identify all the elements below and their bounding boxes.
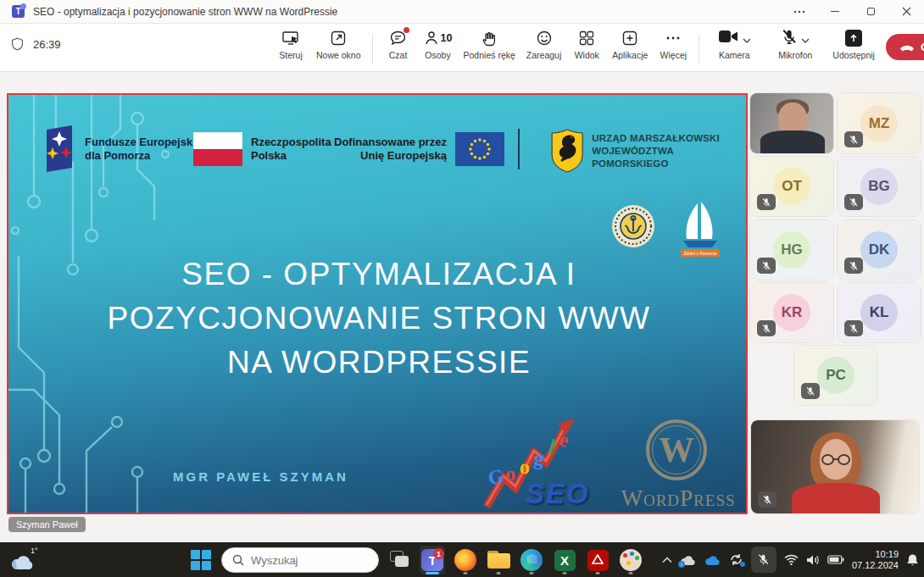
window-minimize-button[interactable] [817, 0, 853, 24]
pomerania-griffin-shield-icon [551, 129, 583, 173]
toolbar-divider [699, 34, 699, 64]
take-control-icon [281, 29, 300, 47]
new-window-button[interactable]: Nowe okno [316, 29, 361, 60]
taskbar-clock[interactable]: 10:19 07.12.2024 [852, 549, 899, 571]
teams-notification-badge: 1 [433, 548, 444, 559]
funding-logos-row: Fundusze Europejskiedla Pomorza Rzeczpos… [8, 95, 746, 188]
chat-icon [389, 29, 407, 47]
onedrive-status-icon[interactable]: i [680, 554, 697, 566]
participant-tile[interactable]: HG [750, 220, 833, 280]
participant-video-tile[interactable] [750, 93, 833, 153]
close-icon [902, 7, 911, 16]
minimize-icon [831, 11, 839, 12]
mic-muted-icon [757, 194, 776, 210]
taskbar-app-teams[interactable]: T1 [420, 546, 445, 574]
participant-tile[interactable]: PC [794, 346, 877, 405]
grid-view-icon [578, 29, 595, 47]
mic-muted-icon [757, 553, 770, 566]
participant-tile[interactable]: MZ [838, 93, 921, 153]
volume-icon[interactable] [806, 554, 820, 566]
screen: T SEO - optymalizacja i pozycjonowanie s… [0, 0, 924, 577]
camera-options-chevron[interactable] [743, 31, 751, 47]
taskbar-app-acrobat[interactable] [585, 546, 610, 574]
taskbar-app-paint[interactable] [618, 546, 643, 574]
mic-muted-icon [844, 258, 863, 274]
svg-text:Zdolni z Pomorza: Zdolni z Pomorza [684, 251, 717, 256]
maximize-icon [867, 8, 875, 15]
folder-icon [487, 551, 510, 569]
people-button[interactable]: 10 Osoby [424, 29, 453, 60]
slide-title: SEO - OPTYMALIZACJA I POZYCJONOWANIE STR… [82, 252, 676, 385]
task-view-button[interactable] [387, 546, 412, 574]
window-maximize-button[interactable] [853, 0, 888, 24]
taskbar-app-firefox[interactable] [453, 546, 478, 574]
mic-muted-icon [844, 320, 863, 336]
ellipsis-icon [793, 10, 805, 14]
raise-hand-button[interactable]: Podnieś rękę [464, 29, 515, 60]
marshal-office-logo: URZĄD MARSZAŁKOWSKIWOJEWÓDZTWA POMORSKIE… [551, 129, 746, 173]
taskbar-app-edge[interactable] [519, 546, 544, 574]
microphone-options-chevron[interactable] [801, 31, 810, 47]
google-seo-graphic: G o o g l e SEO SEO [481, 417, 600, 514]
windows-logo-icon [190, 549, 212, 571]
teams-icon: T1 [421, 549, 443, 571]
mic-muted-icon [757, 258, 776, 274]
taskbar-app-file-explorer[interactable] [486, 546, 511, 574]
windows-taskbar: 1° T1 [0, 542, 924, 577]
leave-button[interactable]: Opuść [886, 34, 924, 60]
teams-app-icon: T [12, 5, 25, 18]
mic-muted-icon [844, 194, 863, 210]
weather-widget[interactable]: 1° [10, 546, 44, 574]
wifi-icon[interactable] [784, 554, 799, 565]
tray-expand-chevron[interactable] [662, 557, 672, 563]
onedrive-cloud-icon[interactable] [704, 554, 721, 566]
view-button[interactable]: Widok [572, 29, 601, 60]
more-button[interactable]: Więcej [659, 29, 687, 60]
share-button[interactable]: Udostępnij [832, 29, 875, 60]
start-button[interactable] [188, 546, 214, 574]
microphone-button[interactable]: Mikrofon [769, 29, 821, 60]
avatar: KR [773, 294, 810, 331]
participant-tile[interactable]: KL [838, 283, 921, 342]
participant-video-tile[interactable] [751, 420, 919, 513]
taskbar-app-excel[interactable]: X [552, 546, 577, 574]
react-button[interactable]: Zareaguj [526, 29, 561, 60]
apps-button[interactable]: Aplikacje [612, 29, 648, 60]
running-indicator [426, 572, 439, 574]
participant-tile[interactable]: OT [750, 157, 833, 216]
window-close-button[interactable] [888, 0, 924, 24]
mic-muted-icon [757, 320, 776, 336]
new-window-icon [330, 29, 347, 47]
camera-button[interactable]: Kamera [710, 29, 758, 60]
avatar: OT [773, 168, 810, 205]
edge-icon [520, 549, 543, 571]
avatar: MZ [860, 105, 898, 142]
control-button[interactable]: Steruj [276, 29, 305, 60]
taskbar-search[interactable] [221, 547, 379, 573]
people-icon: 10 [424, 29, 453, 47]
camera-icon [718, 29, 739, 47]
people-count: 10 [441, 32, 453, 44]
battery-icon[interactable] [827, 555, 844, 564]
mic-muted-icon [801, 383, 820, 399]
zdolni-z-pomorza-sail-icon: Zdolni z Pomorza [677, 200, 723, 259]
participant-tile[interactable]: BG [838, 157, 921, 216]
participant-tile[interactable]: KR [750, 283, 833, 342]
window-more-button[interactable] [782, 0, 817, 24]
sync-icon[interactable] [729, 553, 743, 566]
temperature-label: 1° [31, 546, 38, 555]
shield-icon [10, 36, 25, 52]
eu-flag-icon [455, 132, 504, 166]
chat-button[interactable]: Czat [384, 29, 413, 60]
raise-hand-icon [481, 29, 498, 47]
tray-microphone-muted-button[interactable] [751, 546, 776, 573]
glasses-icon [821, 454, 834, 465]
participant-tile[interactable]: DK [838, 220, 921, 280]
add-app-icon [621, 29, 638, 47]
search-input[interactable] [251, 554, 361, 567]
toolbar-divider [372, 34, 373, 64]
window-title: SEO - optymalizacja i pozycjonowanie str… [33, 6, 337, 18]
clock-date: 07.12.2024 [852, 560, 899, 571]
notification-bell-icon[interactable] [906, 553, 919, 567]
wordpress-mark-icon: W [646, 419, 707, 480]
